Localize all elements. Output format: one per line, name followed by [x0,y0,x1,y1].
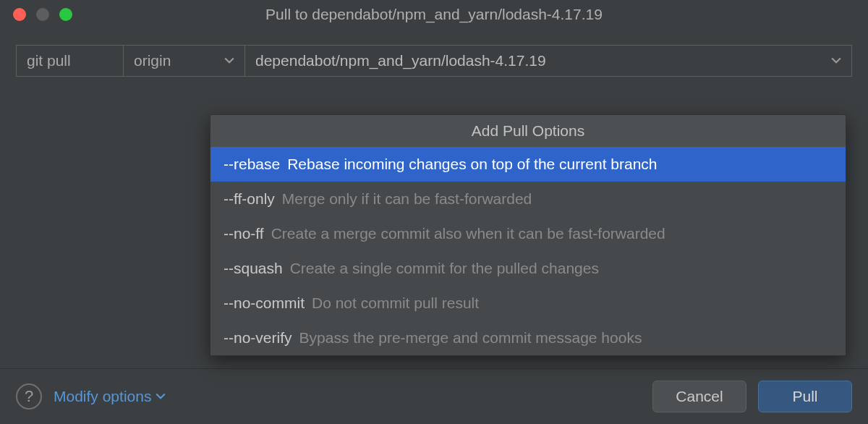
option-description: Do not commit pull result [312,294,479,312]
dialog-content: git pull origin dependabot/npm_and_yarn/… [0,29,868,424]
cancel-button[interactable]: Cancel [652,381,746,412]
option-flag: --no-verify [224,329,292,347]
popup-item-no-ff[interactable]: --no-ffCreate a merge commit also when i… [210,216,846,251]
pull-button[interactable]: Pull [758,381,852,412]
option-flag: --ff-only [224,190,275,208]
chevron-down-icon [156,392,166,401]
popup-item-ff-only[interactable]: --ff-onlyMerge only if it can be fast-fo… [210,182,846,216]
branch-value: dependabot/npm_and_yarn/lodash-4.17.19 [255,52,546,69]
help-icon: ? [25,387,33,406]
option-description: Create a single commit for the pulled ch… [290,260,599,277]
popup-item-squash[interactable]: --squashCreate a single commit for the p… [210,251,846,286]
option-flag: --squash [224,260,283,277]
git-command-row: git pull origin dependabot/npm_and_yarn/… [16,45,852,77]
option-description: Create a merge commit also when it can b… [271,225,665,242]
branch-select[interactable]: dependabot/npm_and_yarn/lodash-4.17.19 [245,46,851,76]
option-description: Rebase incoming changes on top of the cu… [287,156,657,173]
popup-item-rebase[interactable]: --rebaseRebase incoming changes on top o… [210,147,846,182]
dialog-window: Pull to dependabot/npm_and_yarn/lodash-4… [0,0,868,424]
option-description: Merge only if it can be fast-forwarded [282,190,532,208]
modify-options-label: Modify options [54,388,151,405]
popup-header: Add Pull Options [210,115,846,147]
popup-item-no-verify[interactable]: --no-verifyBypass the pre-merge and comm… [210,321,846,355]
chevron-down-icon [224,56,234,66]
remote-value: origin [134,52,171,69]
option-flag: --rebase [224,156,280,173]
remote-select[interactable]: origin [124,46,245,76]
option-description: Bypass the pre-merge and commit message … [299,329,642,347]
popup-list: --rebaseRebase incoming changes on top o… [210,147,846,355]
chevron-down-icon [831,56,841,66]
modify-options-link[interactable]: Modify options [54,388,166,405]
titlebar: Pull to dependabot/npm_and_yarn/lodash-4… [0,0,868,29]
help-button[interactable]: ? [16,383,42,410]
dialog-footer: ? Modify options Cancel Pull [0,368,868,424]
popup-item-no-commit[interactable]: --no-commitDo not commit pull result [210,286,846,321]
options-popup: Add Pull Options --rebaseRebase incoming… [210,114,846,356]
window-title: Pull to dependabot/npm_and_yarn/lodash-4… [0,6,868,23]
option-flag: --no-ff [224,225,264,242]
git-command-label: git pull [17,46,124,76]
option-flag: --no-commit [224,294,305,312]
